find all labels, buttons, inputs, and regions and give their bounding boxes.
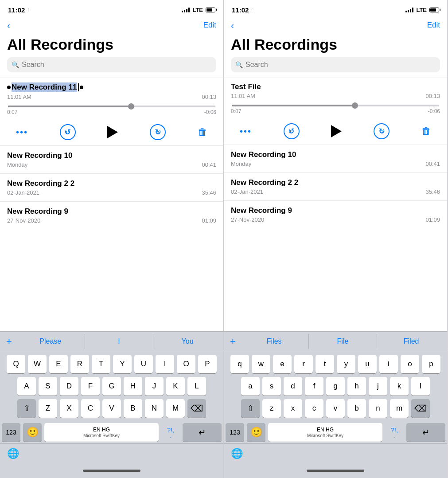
active-recording-title-right[interactable]: Test File: [231, 82, 440, 91]
scrubber-left[interactable]: 0:07 -0:06: [7, 104, 216, 117]
edit-button-left[interactable]: Edit: [203, 21, 216, 30]
kbd-key-f-r[interactable]: f: [305, 377, 323, 396]
kbd-space-left[interactable]: EN HG Microsoft SwiftKey: [44, 423, 159, 442]
skip-back-button-left[interactable]: ↺ 15: [60, 124, 76, 140]
kbd-key-q[interactable]: Q: [7, 355, 25, 373]
kbd-key-j-r[interactable]: j: [369, 377, 387, 396]
back-button-right[interactable]: ‹: [231, 20, 234, 31]
delete-button-right[interactable]: 🗑: [421, 125, 431, 137]
kbd-key-j[interactable]: J: [145, 377, 164, 396]
kbd-key-d[interactable]: D: [60, 377, 78, 396]
kbd-key-r-r[interactable]: r: [294, 355, 313, 373]
play-button-right[interactable]: [331, 125, 342, 137]
kbd-key-x-r[interactable]: x: [284, 399, 302, 418]
kbd-key-a-r[interactable]: a: [241, 377, 260, 396]
skip-fwd-button-right[interactable]: ↻ 15: [374, 123, 390, 139]
scrubber-track-right[interactable]: [232, 105, 439, 106]
kbd-key-g-r[interactable]: g: [326, 377, 345, 396]
kbd-key-t-r[interactable]: t: [316, 355, 334, 373]
scrubber-track-left[interactable]: [8, 106, 215, 107]
skip-back-button-right[interactable]: ↺ 15: [284, 123, 300, 139]
kbd-punctuation-right[interactable]: ?!, .: [385, 423, 404, 442]
kbd-key-a[interactable]: A: [17, 377, 36, 396]
kbd-key-s[interactable]: S: [39, 377, 57, 396]
kbd-delete-right[interactable]: ⌫: [411, 399, 430, 418]
kbd-key-e[interactable]: E: [49, 355, 68, 373]
kbd-key-t[interactable]: T: [92, 355, 110, 373]
kbd-key-u-r[interactable]: u: [358, 355, 377, 373]
search-input-right[interactable]: [245, 61, 436, 69]
edit-button-right[interactable]: Edit: [427, 21, 440, 30]
play-button-left[interactable]: [107, 126, 118, 138]
kbd-return-right[interactable]: ↵: [406, 423, 445, 442]
kbd-suggestion-1-right[interactable]: Files: [240, 334, 309, 349]
kbd-key-k-r[interactable]: k: [390, 377, 409, 396]
kbd-key-h-r[interactable]: h: [347, 377, 366, 396]
kbd-key-h[interactable]: H: [124, 377, 142, 396]
kbd-key-v[interactable]: V: [102, 399, 121, 418]
kbd-key-b-r[interactable]: b: [347, 399, 366, 418]
search-bar-right[interactable]: 🔍: [231, 57, 440, 72]
kbd-key-m-r[interactable]: m: [390, 399, 409, 418]
kbd-suggestion-1-left[interactable]: Please: [16, 334, 85, 349]
kbd-key-b[interactable]: B: [124, 399, 142, 418]
kbd-key-r[interactable]: R: [70, 355, 89, 373]
kbd-key-f[interactable]: F: [81, 377, 100, 396]
kbd-key-y[interactable]: Y: [113, 355, 132, 373]
kbd-key-n[interactable]: N: [145, 399, 164, 418]
back-button-left[interactable]: ‹: [7, 20, 10, 31]
kbd-key-c-r[interactable]: c: [305, 399, 323, 418]
kbd-123-left[interactable]: 123: [2, 423, 20, 442]
list-item[interactable]: New Recording 2 2 02-Jan-2021 35:46: [0, 173, 223, 201]
kbd-shift-right[interactable]: ⇧: [241, 399, 260, 418]
kbd-key-w[interactable]: W: [28, 355, 47, 373]
kbd-key-m[interactable]: M: [166, 399, 185, 418]
kbd-key-e-r[interactable]: e: [273, 355, 292, 373]
kbd-key-i[interactable]: I: [156, 355, 174, 373]
kbd-key-k[interactable]: K: [166, 377, 185, 396]
globe-icon-right[interactable]: 🌐: [231, 448, 243, 459]
kbd-key-l[interactable]: L: [187, 377, 206, 396]
kbd-key-z[interactable]: Z: [39, 399, 57, 418]
kbd-123-right[interactable]: 123: [226, 423, 244, 442]
kbd-key-u[interactable]: U: [134, 355, 153, 373]
globe-icon-left[interactable]: 🌐: [7, 448, 19, 459]
search-input-left[interactable]: [22, 61, 212, 69]
kbd-suggestion-2-left[interactable]: I: [85, 334, 154, 349]
kbd-key-c[interactable]: C: [81, 399, 100, 418]
kbd-key-i-r[interactable]: i: [379, 355, 398, 373]
kbd-key-w-r[interactable]: w: [252, 355, 270, 373]
kbd-return-left[interactable]: ↵: [183, 423, 222, 442]
kbd-key-l-r[interactable]: l: [411, 377, 430, 396]
kbd-suggestion-3-right[interactable]: Filed: [377, 334, 445, 349]
kbd-shift-left[interactable]: ⇧: [17, 399, 36, 418]
kbd-key-o[interactable]: O: [177, 355, 195, 373]
search-bar-left[interactable]: 🔍: [7, 57, 216, 72]
kbd-key-y-r[interactable]: y: [337, 355, 355, 373]
list-item[interactable]: New Recording 2 2 02-Jan-2021 35:46: [224, 172, 447, 200]
list-item[interactable]: New Recording 10 Monday 00:41: [224, 145, 447, 172]
kbd-key-p-r[interactable]: p: [422, 355, 440, 373]
kbd-key-s-r[interactable]: s: [262, 377, 281, 396]
kbd-plus-right[interactable]: +: [226, 336, 240, 347]
delete-button-left[interactable]: 🗑: [198, 126, 207, 138]
list-item[interactable]: New Recording 10 Monday 00:41: [0, 145, 223, 173]
kbd-key-n-r[interactable]: n: [369, 399, 387, 418]
scrubber-right[interactable]: 0:07 -0:06: [231, 103, 440, 116]
kbd-punctuation-left[interactable]: ?!, .: [161, 423, 180, 442]
kbd-emoji-left[interactable]: 🙂: [23, 423, 42, 442]
kbd-key-g[interactable]: G: [102, 377, 121, 396]
kbd-key-z-r[interactable]: z: [262, 399, 281, 418]
kbd-emoji-right[interactable]: 🙂: [247, 423, 265, 442]
kbd-plus-left[interactable]: +: [2, 336, 16, 347]
kbd-delete-left[interactable]: ⌫: [187, 399, 206, 418]
kbd-key-d-r[interactable]: d: [284, 377, 302, 396]
kbd-key-p[interactable]: P: [198, 355, 217, 373]
list-item[interactable]: New Recording 9 27-Nov-2020 01:09: [224, 200, 447, 228]
kbd-suggestion-2-right[interactable]: File: [309, 334, 378, 349]
kbd-key-v-r[interactable]: v: [326, 399, 345, 418]
more-options-button-left[interactable]: •••: [16, 127, 28, 137]
list-item[interactable]: New Recording 9 27-Nov-2020 01:09: [0, 201, 223, 229]
kbd-key-q-r[interactable]: q: [230, 355, 249, 373]
active-recording-title-left[interactable]: New Recording 11: [7, 82, 216, 92]
